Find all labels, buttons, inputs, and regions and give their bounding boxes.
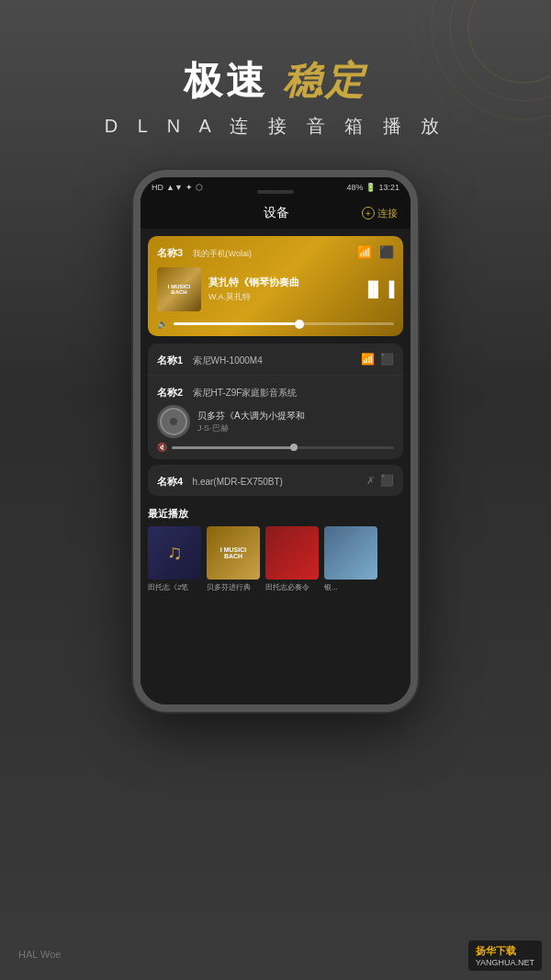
recent-label-2: 贝多芬进行典: [207, 582, 260, 592]
connect-label: 连接: [377, 207, 398, 220]
music-note-icon: ♫: [167, 541, 183, 565]
device2-name-row: 名称2 索尼HT-Z9F家庭影音系统: [157, 383, 297, 400]
active-device-icons: 📶 ⬛: [357, 245, 394, 259]
device2-mute-icon: 🔇: [157, 443, 167, 452]
device4-cast-icon: ⬛: [380, 474, 394, 487]
headline-stable: 稳定: [283, 59, 367, 102]
device2-slider-thumb: [290, 444, 298, 451]
equalizer-icon: ▐▌▐: [363, 281, 394, 298]
headline: 极速 稳定: [0, 55, 551, 107]
cast-icon: ⬛: [379, 245, 394, 259]
device4-row: 名称4 h.ear(MDR-EX750BT) ✗ ⬛: [157, 472, 394, 489]
screen-title: 设备: [190, 205, 362, 221]
device2-album: [157, 405, 190, 438]
device4-name-row: 名称4 h.ear(MDR-EX750BT): [157, 472, 283, 489]
bluetooth-icon: ⬡: [196, 183, 203, 192]
device4-icons: ✗ ⬛: [366, 474, 394, 487]
device2-volume-slider[interactable]: [172, 446, 394, 449]
status-right: 48% 🔋 13:21: [346, 183, 399, 192]
active-song-info: I MUSICIBACH 莫扎特《钢琴协奏曲 W.A.莫扎特 ▐▌▐: [157, 267, 394, 311]
headline-speed: 极速: [184, 59, 268, 102]
song-title: 莫扎特《钢琴协奏曲: [208, 276, 355, 289]
album-label: I MUSICIBACH: [168, 284, 190, 295]
slider-thumb: [295, 320, 304, 329]
phone-screen: 设备 + 连接 名称3 我的手机(Wolai) 📶 ⬛: [141, 197, 410, 704]
status-bar: HD ▲▼ ✦ ⬡ 48% 🔋 13:21: [141, 177, 410, 197]
device2-song-row: 贝多芬《A大调为小提琴和 J·S·巴赫: [157, 405, 394, 438]
device1-wifi-icon: 📶: [361, 353, 375, 366]
wifi-icon: 📶: [357, 245, 372, 259]
device2-song-artist: J·S·巴赫: [197, 422, 394, 434]
recent-cover-1: ♫: [148, 526, 201, 580]
phone-speaker: [257, 190, 294, 194]
wifi-status-icon: ✦: [186, 183, 193, 192]
device4-no-wifi-icon: ✗: [366, 475, 375, 487]
watermark-site: 扬华下载: [476, 944, 534, 958]
recent-item-3[interactable]: 田托志必奏令: [265, 526, 319, 592]
status-left: HD ▲▼ ✦ ⬡: [152, 183, 203, 192]
device2-model: 索尼HT-Z9F家庭影音系统: [193, 388, 298, 398]
device1-row: 名称1 索尼WH-1000M4 📶 ⬛: [157, 351, 394, 367]
connect-button[interactable]: + 连接: [362, 207, 398, 220]
device4-name: 名称4: [157, 476, 183, 487]
album-small-dot: [170, 418, 177, 425]
recent-cover-4: [324, 526, 377, 580]
song-details: 莫扎特《钢琴协奏曲 W.A.莫扎特: [208, 276, 355, 303]
recent-label-4: 银...: [324, 582, 377, 592]
status-hd: HD: [152, 183, 163, 192]
battery-level: 48%: [346, 183, 363, 192]
recent-item-2[interactable]: I MUSICIBACH 贝多芬进行典: [207, 526, 260, 592]
header-area: 极速 稳定 D L N A 连 接 音 箱 播 放: [0, 55, 551, 139]
active-volume-row[interactable]: 🔈: [157, 319, 394, 329]
screen-header: 设备 + 连接: [141, 197, 410, 229]
device-item-4[interactable]: 名称4 h.ear(MDR-EX750BT) ✗ ⬛: [148, 465, 403, 496]
battery-icon: 🔋: [365, 183, 376, 192]
device1-name: 名称1: [157, 355, 183, 366]
device2-song-info: 贝多芬《A大调为小提琴和 J·S·巴赫: [197, 410, 394, 434]
device1-name-row: 名称1 索尼WH-1000M4: [157, 351, 263, 367]
recent-cover-2: I MUSICIBACH: [207, 526, 260, 580]
song-artist: W.A.莫扎特: [208, 291, 355, 303]
active-device-name-row: 名称3 我的手机(Wolai): [157, 243, 252, 260]
signal-icon: ▲▼: [166, 183, 183, 192]
recent-item-1[interactable]: ♫ 田托志《2笔: [148, 526, 201, 592]
recent-label-1: 田托志《2笔: [148, 582, 201, 592]
recent-grid: ♫ 田托志《2笔 I MUSICIBACH 贝多芬进行典 田托志必奏令: [148, 526, 403, 592]
recent-section: 最近播放 ♫ 田托志《2笔 I MUSICIBACH 贝多芬进行典: [141, 501, 410, 596]
plus-icon: +: [362, 207, 375, 220]
watermark-badge: 扬华下载 YANGHUA.NET: [468, 941, 542, 971]
active-device-header: 名称3 我的手机(Wolai) 📶 ⬛: [157, 243, 394, 260]
album-musici: I MUSICIBACH: [157, 267, 201, 311]
active-device-sub: 我的手机(Wolai): [193, 249, 252, 258]
volume-icon: 🔈: [157, 319, 168, 329]
device2-row: 名称2 索尼HT-Z9F家庭影音系统: [157, 383, 394, 400]
album-art: I MUSICIBACH: [157, 267, 201, 311]
recent-item-4[interactable]: 银...: [324, 526, 377, 592]
phone-mockup: HD ▲▼ ✦ ⬡ 48% 🔋 13:21 设备 + 连接 名称3: [133, 170, 418, 712]
device1-model: 索尼WH-1000M4: [193, 355, 263, 366]
device-item-2[interactable]: 名称2 索尼HT-Z9F家庭影音系统 贝多芬《A大调为小提琴和 J·S·巴赫: [148, 376, 403, 459]
device4-model: h.ear(MDR-EX750BT): [193, 477, 283, 487]
slider-fill: [174, 322, 295, 325]
device1-icons: 📶 ⬛: [361, 353, 394, 366]
recent-label-3: 田托志必奏令: [265, 582, 319, 592]
recent-cover-3: [265, 526, 319, 580]
device2-volume-row[interactable]: 🔇: [157, 443, 394, 452]
watermark-url: YANGHUA.NET: [476, 958, 534, 967]
clock: 13:21: [378, 183, 399, 192]
device2-name: 名称2: [157, 387, 183, 398]
active-device-name: 名称3: [157, 247, 183, 258]
device1-cast-icon: ⬛: [380, 353, 394, 366]
device-item-1[interactable]: 名称1 索尼WH-1000M4 📶 ⬛: [148, 344, 403, 376]
recent-title: 最近播放: [148, 507, 403, 521]
subtitle: D L N A 连 接 音 箱 播 放: [0, 114, 551, 139]
hal-woe-text: HAL Woe: [0, 945, 184, 962]
volume-slider[interactable]: [174, 322, 394, 325]
active-device-card[interactable]: 名称3 我的手机(Wolai) 📶 ⬛ I MUSICIBACH 莫扎特《钢琴协…: [148, 236, 403, 336]
device-list: 名称1 索尼WH-1000M4 📶 ⬛ 名称2 索尼HT-Z9F家庭影音系统: [148, 344, 403, 459]
device2-song-title: 贝多芬《A大调为小提琴和: [197, 410, 394, 422]
device2-slider-fill: [172, 446, 294, 449]
cover2-text: I MUSICIBACH: [220, 546, 246, 559]
